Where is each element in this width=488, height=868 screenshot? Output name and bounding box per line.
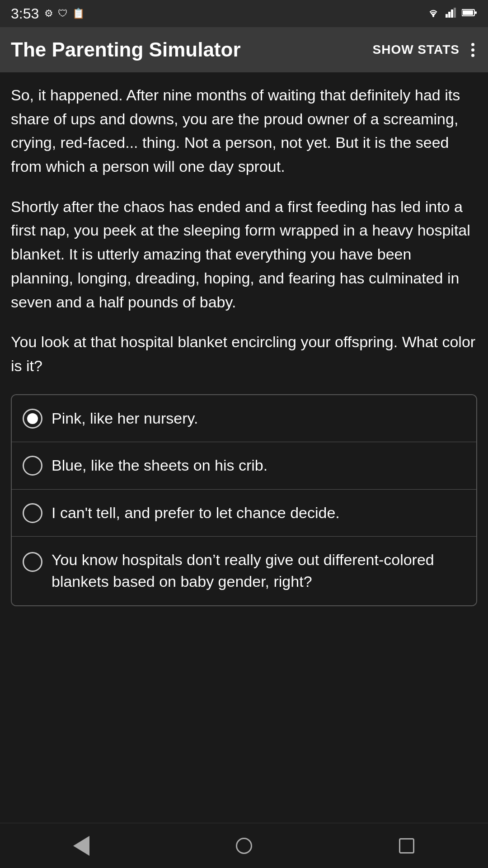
settings-icon: ⚙ [44, 8, 53, 19]
radio-button-2[interactable] [23, 456, 42, 476]
option-item-4[interactable]: You know hospitals don’t really give out… [12, 537, 476, 605]
story-text: So, it happened. After nine months of wa… [11, 83, 477, 378]
status-bar: 3:53 ⚙ 🛡 📋 [0, 0, 488, 27]
app-title: The Parenting Simulator [11, 38, 363, 61]
nav-home-button[interactable] [226, 832, 262, 859]
more-dot-2 [471, 48, 474, 52]
story-paragraph-2: Shortly after the chaos has ended and a … [11, 195, 477, 314]
svg-rect-7 [475, 11, 477, 14]
recent-icon [399, 838, 414, 854]
status-icons: ⚙ 🛡 📋 [44, 8, 84, 19]
option-text-3: I can't tell, and prefer to let chance d… [52, 502, 465, 524]
back-icon [73, 836, 89, 856]
status-time: 3:53 [11, 5, 39, 22]
options-container: Pink, like her nursery. Blue, like the s… [11, 394, 477, 606]
svg-rect-4 [454, 8, 456, 18]
svg-rect-3 [451, 9, 453, 18]
nav-recent-button[interactable] [389, 832, 425, 859]
story-paragraph-3: You look at that hospital blanket encirc… [11, 330, 477, 377]
option-item-1[interactable]: Pink, like her nursery. [12, 395, 476, 443]
radio-button-4[interactable] [23, 552, 42, 572]
clipboard-icon: 📋 [72, 8, 84, 19]
shield-icon: 🛡 [58, 8, 68, 19]
nav-bar [0, 823, 488, 868]
status-left: 3:53 ⚙ 🛡 📋 [11, 5, 84, 22]
option-text-4: You know hospitals don’t really give out… [52, 549, 465, 592]
more-dot-1 [471, 43, 474, 46]
show-stats-button[interactable]: SHOW STATS [372, 42, 460, 57]
more-dot-3 [471, 54, 474, 57]
svg-rect-6 [463, 10, 473, 15]
svg-rect-2 [448, 12, 450, 18]
radio-button-1[interactable] [23, 409, 42, 429]
radio-button-3[interactable] [23, 503, 42, 523]
svg-point-0 [432, 15, 434, 17]
svg-rect-1 [446, 14, 448, 18]
option-item-2[interactable]: Blue, like the sheets on his crib. [12, 442, 476, 490]
signal-icon [446, 8, 456, 19]
nav-back-button[interactable] [63, 832, 99, 859]
wifi-icon [427, 8, 440, 19]
radio-inner-1 [27, 413, 38, 424]
main-content: So, it happened. After nine months of wa… [0, 72, 488, 823]
battery-icon [462, 9, 477, 19]
option-text-1: Pink, like her nursery. [52, 408, 465, 429]
more-options-button[interactable] [469, 40, 477, 60]
option-text-2: Blue, like the sheets on his crib. [52, 455, 465, 476]
story-paragraph-1: So, it happened. After nine months of wa… [11, 83, 477, 179]
status-right [427, 8, 477, 19]
app-bar: The Parenting Simulator SHOW STATS [0, 27, 488, 72]
home-icon [236, 838, 252, 854]
option-item-3[interactable]: I can't tell, and prefer to let chance d… [12, 490, 476, 537]
